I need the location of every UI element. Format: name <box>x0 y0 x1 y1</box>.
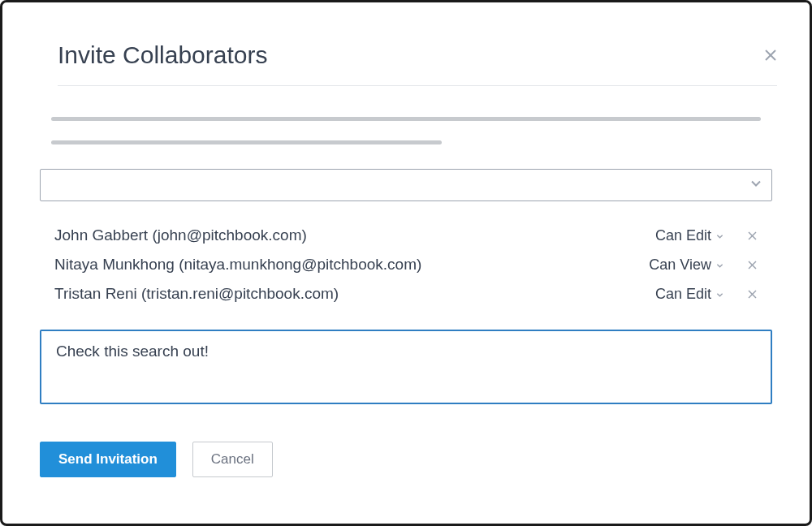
chevron-down-icon <box>716 286 723 303</box>
remove-collaborator-icon[interactable] <box>746 259 758 270</box>
close-icon[interactable] <box>764 49 777 62</box>
skeleton-line <box>51 117 761 121</box>
permission-label: Can View <box>649 257 711 274</box>
invite-collaborators-modal: Invite Collaborators John Gabbert (john@… <box>0 0 812 526</box>
collaborator-actions: Can Edit <box>655 286 758 303</box>
permission-dropdown[interactable]: Can Edit <box>655 227 723 244</box>
collaborator-actions: Can Edit <box>655 227 758 244</box>
chevron-down-icon <box>716 257 723 274</box>
remove-collaborator-icon[interactable] <box>746 230 758 241</box>
chevron-down-icon <box>716 227 723 244</box>
collaborator-row: John Gabbert (john@pitchbook.com) Can Ed… <box>54 221 758 250</box>
collaborator-actions: Can View <box>649 257 758 274</box>
remove-collaborator-icon[interactable] <box>746 288 758 300</box>
collaborator-search-dropdown[interactable] <box>40 169 772 201</box>
modal-footer: Send Invitation Cancel <box>35 442 777 477</box>
modal-title: Invite Collaborators <box>58 41 267 69</box>
modal-body: John Gabbert (john@pitchbook.com) Can Ed… <box>35 86 777 477</box>
permission-dropdown[interactable]: Can View <box>649 257 723 274</box>
description-placeholder <box>51 117 761 144</box>
skeleton-line <box>51 140 442 144</box>
collaborator-list: John Gabbert (john@pitchbook.com) Can Ed… <box>54 221 758 308</box>
collaborator-info: Tristan Reni (tristan.reni@pitchbook.com… <box>54 285 339 303</box>
collaborator-row: Nitaya Munkhong (nitaya.munkhong@pitchbo… <box>54 250 758 279</box>
permission-label: Can Edit <box>655 227 711 244</box>
collaborator-row: Tristan Reni (tristan.reni@pitchbook.com… <box>54 279 758 308</box>
chevron-down-icon <box>750 178 762 192</box>
cancel-button[interactable]: Cancel <box>192 442 273 477</box>
collaborator-info: Nitaya Munkhong (nitaya.munkhong@pitchbo… <box>54 256 421 274</box>
modal-header: Invite Collaborators <box>58 41 777 86</box>
permission-label: Can Edit <box>655 286 711 303</box>
permission-dropdown[interactable]: Can Edit <box>655 286 723 303</box>
collaborator-info: John Gabbert (john@pitchbook.com) <box>54 226 307 244</box>
invitation-message-input[interactable] <box>40 330 772 404</box>
send-invitation-button[interactable]: Send Invitation <box>40 442 176 477</box>
